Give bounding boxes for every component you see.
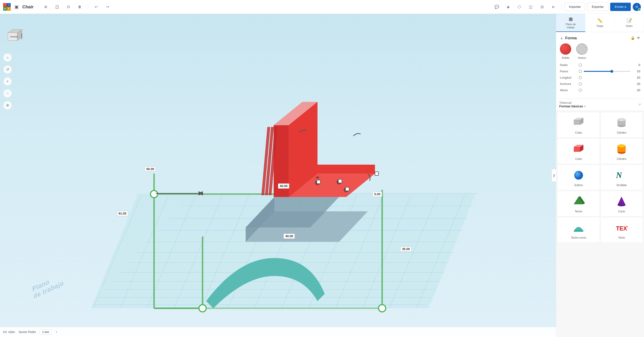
logo-n: N <box>3 7 7 11</box>
pasos-circle-icon <box>579 70 582 73</box>
longitud-label: Longitud <box>560 76 579 80</box>
pasos-label: Pasos <box>560 70 579 73</box>
regla-label: Regla <box>597 24 603 28</box>
svg-rect-59 <box>375 172 378 176</box>
library-title-row: Formas básicas ▾ <box>559 104 586 108</box>
bottom-bar: Ed. rejilla Ajustar Rejilla 1 mm ▼ <box>0 327 556 337</box>
texto-label: Texto <box>618 236 625 240</box>
svg-point-77 <box>574 171 583 180</box>
texto-preview: TEXT <box>614 220 628 234</box>
shape-texto[interactable]: TEXT Texto <box>600 217 643 243</box>
lock-icon[interactable]: 🔒 <box>631 36 635 40</box>
shape-cubo-red[interactable]: Cubo <box>557 138 600 164</box>
import-button[interactable]: Importar <box>564 3 585 11</box>
topbar: T I N K ▣ Chair ⧉ 📋 ⊡ 🗑 ↩ ↪ 💬 ◈ ⬡ ◫ ⊟ ⊳ … <box>0 0 644 14</box>
svg-point-34 <box>378 304 386 312</box>
tab-regla[interactable]: 📏 Regla <box>585 14 614 32</box>
radio-circle-icon <box>579 64 582 67</box>
svg-marker-65 <box>574 120 580 125</box>
clone-button[interactable]: ⊡ <box>64 2 73 11</box>
library-expand-icon[interactable]: ↗ <box>638 103 641 107</box>
scribble-label: Scribble <box>616 184 627 187</box>
comment-icon[interactable]: 💬 <box>492 2 502 12</box>
user-avatar[interactable]: U <box>633 3 641 11</box>
hole-label: Hueco <box>578 56 586 60</box>
grid-size-selector[interactable]: 1 mm <box>40 330 52 335</box>
altura-label: Altura <box>560 88 579 92</box>
delete-button[interactable]: 🗑 <box>75 2 84 11</box>
redo-button[interactable]: ↪ <box>103 2 112 11</box>
esfera-label: Esfera <box>574 184 583 187</box>
tab-notes[interactable]: 📝 Notes <box>615 14 644 32</box>
shape-type-selector: Sólido Hueco <box>560 44 640 60</box>
eye-icon[interactable]: 👁 <box>637 36 640 40</box>
plano-label: Plano detrabajo <box>566 23 576 29</box>
pasos-slider-fill <box>584 71 612 72</box>
shape-cubo-grey[interactable]: Cubo <box>557 112 600 138</box>
solid-option[interactable]: Sólido <box>560 44 571 60</box>
mirror-icon[interactable]: ⊳ <box>549 2 558 12</box>
copy-button[interactable]: ⧉ <box>41 2 50 11</box>
solid-icon[interactable]: ⬡ <box>515 2 524 12</box>
logo: T I N K <box>3 3 11 11</box>
svg-text:FRONTAL: FRONTAL <box>10 36 18 38</box>
cubo-red-label: Cubo <box>575 157 582 161</box>
adjust-grid-label: Ajustar Rejilla <box>18 330 36 334</box>
hole-option[interactable]: Hueco <box>576 44 588 60</box>
prop-pasos: Pasos 10 <box>560 70 640 73</box>
panel-collapse-button[interactable]: ❯ <box>552 169 556 182</box>
main-layout: Planode trabajo FRONTAL DERECH ⌂ ↺ <box>0 14 644 337</box>
home-view-button[interactable]: ⌂ <box>3 53 12 62</box>
snap-icon[interactable]: ⊟ <box>538 2 547 12</box>
library-chevron-icon[interactable]: ▾ <box>584 105 586 108</box>
tab-plano-trabajo[interactable]: ▦ Plano detrabajo <box>556 14 585 32</box>
light-icon[interactable]: ◈ <box>504 2 513 12</box>
cilindro-orange-label: Cilindro <box>617 157 626 161</box>
notes-icon: 📝 <box>626 18 632 23</box>
techo-preview <box>572 194 586 208</box>
library-main-title: Formas básicas <box>559 104 583 108</box>
cilindro-orange-preview <box>614 142 628 156</box>
undo-button[interactable]: ↩ <box>92 2 100 11</box>
svg-point-76 <box>618 144 626 148</box>
zoom-out-button[interactable]: − <box>3 89 12 98</box>
radio-label: Radio <box>560 63 579 67</box>
zoom-in-button[interactable]: + <box>3 77 12 86</box>
shape-library: Tinkercad Formas básicas ▾ ↗ <box>556 99 644 337</box>
shape-techo-curvo[interactable]: Techo curvo <box>557 217 600 243</box>
3d-scene <box>0 14 556 337</box>
scribble-preview: N <box>614 168 628 182</box>
shape-techo[interactable]: Techo <box>557 191 600 216</box>
orbit-button[interactable]: ↺ <box>3 65 12 74</box>
paste-button[interactable]: 📋 <box>53 2 62 11</box>
top-right-actions: 💬 ◈ ⬡ ◫ ⊟ ⊳ Importar Exportar Enviar a U <box>492 2 641 12</box>
longitud-value: 20 <box>632 76 640 80</box>
shape-cilindro-orange[interactable]: Cilindro <box>600 138 643 164</box>
regla-icon: 📏 <box>597 18 603 23</box>
wireframe-icon[interactable]: ◫ <box>526 2 536 12</box>
solid-label: Sólido <box>562 56 570 60</box>
3d-viewport[interactable]: Planode trabajo FRONTAL DERECH ⌂ ↺ <box>0 14 556 337</box>
shape-cilindro-grey[interactable]: Cilindro <box>600 112 643 138</box>
export-button[interactable]: Exportar <box>587 3 608 11</box>
altura-circle-icon <box>579 89 582 92</box>
nav-cube[interactable]: FRONTAL DERECH <box>5 26 25 47</box>
cilindro-grey-preview <box>614 115 628 129</box>
project-icon: ▣ <box>14 4 18 10</box>
shape-panel-collapse-icon[interactable]: ▲ <box>560 36 563 40</box>
shape-esfera[interactable]: Esfera <box>557 164 600 190</box>
send-button[interactable]: Enviar a <box>610 3 631 11</box>
esfera-preview <box>572 168 586 182</box>
fit-view-button[interactable]: ⊕ <box>3 101 12 110</box>
svg-text:DERECH: DERECH <box>21 33 22 39</box>
library-header: Tinkercad Formas básicas ▾ ↗ <box>556 99 644 111</box>
prop-altura: Altura 20 <box>560 88 640 92</box>
techo-curvo-preview <box>572 220 586 234</box>
canvas-area: Planode trabajo FRONTAL DERECH ⌂ ↺ <box>0 14 556 337</box>
pasos-slider-thumb[interactable] <box>610 70 613 73</box>
shape-cono[interactable]: Cono <box>600 191 643 216</box>
pasos-slider[interactable] <box>584 71 630 72</box>
shape-scribble[interactable]: N Scribble <box>600 164 643 190</box>
top-panel-tabs: ▦ Plano detrabajo 📏 Regla 📝 Notes <box>556 14 644 32</box>
pasos-value: 10 <box>632 70 640 73</box>
